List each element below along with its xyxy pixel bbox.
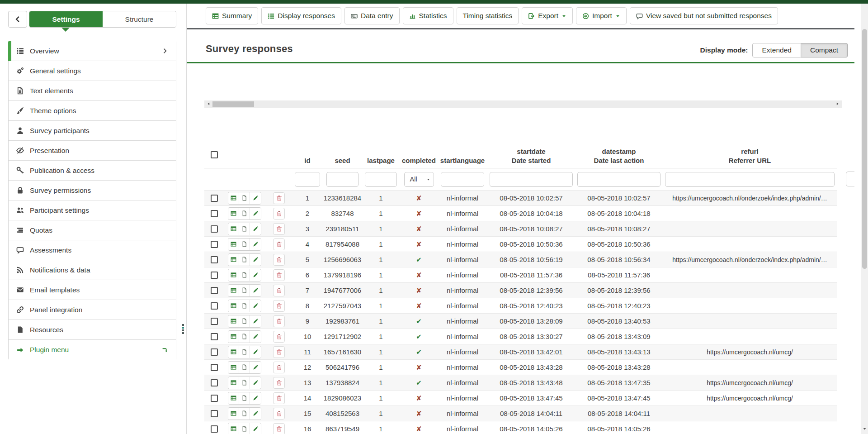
sidebar-item-presentation[interactable]: Presentation <box>9 141 176 161</box>
scroll-right-icon[interactable] <box>835 102 840 106</box>
view-response-button[interactable] <box>228 285 239 296</box>
view-file-button[interactable] <box>239 254 250 266</box>
view-file-button[interactable] <box>239 315 250 327</box>
select-all-checkbox[interactable] <box>211 151 218 158</box>
row-checkbox[interactable] <box>211 364 218 371</box>
view-response-button[interactable] <box>228 238 239 250</box>
export-button[interactable]: Export <box>522 7 573 24</box>
row-checkbox[interactable] <box>211 256 218 263</box>
delete-response-button[interactable] <box>273 331 285 343</box>
edit-response-button[interactable] <box>250 192 261 204</box>
statistics-button[interactable]: Statistics <box>403 7 453 24</box>
scroll-down-icon[interactable] <box>863 427 867 431</box>
sidebar-item-survey-participants[interactable]: Survey participants <box>9 121 176 141</box>
view-response-button[interactable] <box>228 192 239 204</box>
row-checkbox[interactable] <box>211 272 218 279</box>
row-checkbox[interactable] <box>211 379 218 386</box>
sidebar-item-general-settings[interactable]: General settings <box>9 61 176 81</box>
view-response-button[interactable] <box>228 269 239 281</box>
view-response-button[interactable] <box>228 346 239 358</box>
delete-response-button[interactable] <box>273 192 285 204</box>
delete-response-button[interactable] <box>273 254 285 266</box>
row-checkbox[interactable] <box>211 195 218 202</box>
startdate-filter-input[interactable] <box>490 172 573 187</box>
view-file-button[interactable] <box>239 238 250 250</box>
view-response-button[interactable] <box>228 423 239 434</box>
row-checkbox[interactable] <box>211 395 218 402</box>
edit-response-button[interactable] <box>250 254 261 266</box>
row-checkbox[interactable] <box>211 210 218 217</box>
row-checkbox[interactable] <box>211 348 218 356</box>
display-responses-button[interactable]: Display responses <box>261 7 341 24</box>
edit-response-button[interactable] <box>250 346 261 358</box>
row-checkbox[interactable] <box>211 225 218 233</box>
row-checkbox[interactable] <box>211 425 218 433</box>
tab-structure[interactable]: Structure <box>103 11 176 27</box>
vertical-scrollbar[interactable] <box>861 4 868 434</box>
view-file-button[interactable] <box>239 377 250 389</box>
view-response-button[interactable] <box>228 362 239 373</box>
view-file-button[interactable] <box>239 408 250 420</box>
display-mode-extended-button[interactable]: Extended <box>752 43 801 57</box>
view-saved-but-not-submitted-responses-button[interactable]: View saved but not submitted responses <box>630 7 778 24</box>
delete-response-button[interactable] <box>273 408 285 420</box>
edit-response-button[interactable] <box>250 285 261 296</box>
view-response-button[interactable] <box>228 392 239 404</box>
view-file-button[interactable] <box>239 300 250 312</box>
seed-filter-input[interactable] <box>326 172 359 187</box>
view-response-button[interactable] <box>228 315 239 327</box>
view-file-button[interactable] <box>239 269 250 281</box>
delete-response-button[interactable] <box>273 285 285 296</box>
row-checkbox[interactable] <box>211 410 218 417</box>
refurl-filter-input[interactable] <box>665 172 835 187</box>
view-file-button[interactable] <box>239 346 250 358</box>
view-file-button[interactable] <box>239 362 250 373</box>
sidebar-item-email-templates[interactable]: Email templates <box>9 280 176 300</box>
view-response-button[interactable] <box>228 331 239 343</box>
sidebar-item-panel-integration[interactable]: Panel integration <box>9 300 176 320</box>
id-filter-input[interactable] <box>295 172 320 187</box>
vertical-scrollbar-thumb[interactable] <box>862 29 867 269</box>
view-response-button[interactable] <box>228 408 239 420</box>
sidebar-item-notifications-data[interactable]: Notifications & data <box>9 260 176 280</box>
delete-response-button[interactable] <box>273 423 285 434</box>
sidebar-item-participant-settings[interactable]: Participant settings <box>9 200 176 220</box>
edit-response-button[interactable] <box>250 238 261 250</box>
import-button[interactable]: Import <box>576 7 627 24</box>
delete-response-button[interactable] <box>273 362 285 373</box>
delete-response-button[interactable] <box>273 208 285 219</box>
delete-response-button[interactable] <box>273 377 285 389</box>
sidebar-item-resources[interactable]: Resources <box>9 320 176 340</box>
sidebar-item-text-elements[interactable]: Text elements <box>9 81 176 101</box>
sidebar-item-overview[interactable]: Overview <box>9 41 176 61</box>
sidebar-item-survey-permissions[interactable]: Survey permissions <box>9 181 176 200</box>
completed-filter-select[interactable]: All <box>404 172 434 187</box>
sidebar-item-publication-access[interactable]: Publication & access <box>9 161 176 181</box>
view-response-button[interactable] <box>228 300 239 312</box>
row-checkbox[interactable] <box>211 333 218 340</box>
sidebar-item-theme-options[interactable]: Theme options <box>9 101 176 121</box>
startlanguage-filter-input[interactable] <box>441 172 484 187</box>
edit-response-button[interactable] <box>250 315 261 327</box>
horizontal-scrollbar[interactable] <box>204 100 842 108</box>
view-file-button[interactable] <box>239 208 250 219</box>
delete-response-button[interactable] <box>273 300 285 312</box>
edit-response-button[interactable] <box>250 208 261 219</box>
edit-response-button[interactable] <box>250 408 261 420</box>
sidebar-item-plugin-menu[interactable]: Plugin menu <box>9 340 176 360</box>
timing-statistics-button[interactable]: Timing statistics <box>457 7 519 24</box>
sidebar-collapse-button[interactable] <box>8 11 27 28</box>
view-response-button[interactable] <box>228 254 239 266</box>
row-checkbox[interactable] <box>211 318 218 325</box>
row-checkbox[interactable] <box>211 287 218 294</box>
edit-response-button[interactable] <box>250 362 261 373</box>
row-checkbox[interactable] <box>211 302 218 310</box>
edit-response-button[interactable] <box>250 392 261 404</box>
view-file-button[interactable] <box>239 331 250 343</box>
delete-response-button[interactable] <box>273 315 285 327</box>
delete-response-button[interactable] <box>273 269 285 281</box>
tab-settings[interactable]: Settings <box>29 11 103 27</box>
view-file-button[interactable] <box>239 392 250 404</box>
view-file-button[interactable] <box>239 423 250 434</box>
row-checkbox[interactable] <box>211 241 218 248</box>
